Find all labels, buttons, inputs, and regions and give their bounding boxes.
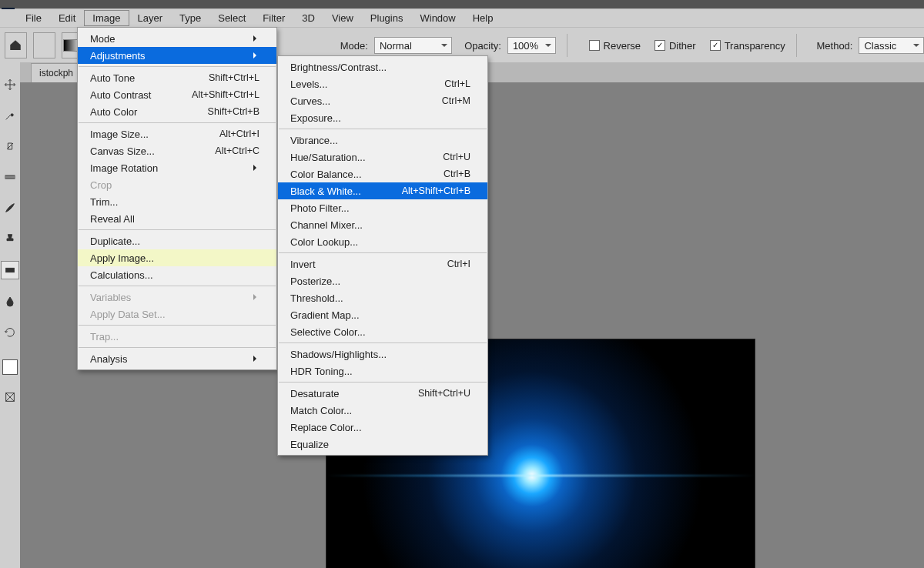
- tool-preset-picker[interactable]: [33, 32, 55, 58]
- dither-checkbox[interactable]: ✓ Dither: [654, 40, 696, 52]
- image-menu-image-size[interactable]: Image Size...Alt+Ctrl+I: [78, 125, 276, 142]
- adjust-menu-curves[interactable]: Curves...Ctrl+M: [278, 92, 487, 109]
- image-menu-duplicate[interactable]: Duplicate...: [78, 232, 276, 249]
- menu-window[interactable]: Window: [411, 10, 464, 26]
- image-menu-image-rotation[interactable]: Image Rotation: [78, 159, 276, 176]
- image-menu-adjustments[interactable]: Adjustments: [78, 47, 276, 64]
- adjust-menu-invert[interactable]: InvertCtrl+I: [278, 256, 487, 272]
- method-select[interactable]: Classic: [859, 37, 924, 54]
- menu-item-label: Replace Color...: [290, 422, 362, 433]
- menu-separator: [279, 342, 487, 343]
- menu-layer[interactable]: Layer: [129, 10, 172, 26]
- menu-select[interactable]: Select: [209, 10, 254, 26]
- document-tab[interactable]: istockph: [31, 63, 82, 82]
- frame-tool-icon[interactable]: [2, 389, 18, 406]
- menu-image[interactable]: Image: [84, 10, 129, 26]
- menu-item-label: Invert: [290, 259, 316, 270]
- menu-separator: [79, 229, 276, 230]
- menu-item-shortcut: Alt+Shift+Ctrl+B: [402, 185, 470, 196]
- menu-plugins[interactable]: Plugins: [362, 10, 412, 26]
- image-menu-analysis[interactable]: Analysis: [78, 350, 276, 367]
- adjust-menu-hdr-toning[interactable]: HDR Toning...: [278, 363, 487, 379]
- menu-item-label: Levels...: [290, 79, 327, 90]
- mode-select[interactable]: Normal: [374, 37, 452, 54]
- image-menu-variables: Variables: [78, 289, 276, 306]
- menu-item-label: Hue/Saturation...: [290, 152, 366, 163]
- opacity-select[interactable]: 100%: [507, 37, 556, 54]
- adjust-menu-threshold[interactable]: Threshold...: [278, 289, 487, 306]
- menu-type[interactable]: Type: [171, 10, 209, 26]
- menu-edit[interactable]: Edit: [50, 10, 84, 26]
- adjust-menu-replace-color[interactable]: Replace Color...: [278, 419, 487, 436]
- menu-item-label: HDR Toning...: [290, 366, 353, 377]
- adjust-menu-levels[interactable]: Levels...Ctrl+L: [278, 75, 487, 92]
- adjust-menu-desaturate[interactable]: DesaturateShift+Ctrl+U: [278, 385, 487, 402]
- image-menu-auto-tone[interactable]: Auto ToneShift+Ctrl+L: [78, 69, 276, 86]
- tools-panel: [0, 62, 20, 568]
- gradient-tool-icon[interactable]: [1, 261, 19, 279]
- adjust-menu-black-white[interactable]: Black & White...Alt+Shift+Ctrl+B: [278, 182, 487, 199]
- menu-separator: [279, 252, 487, 253]
- menu-item-label: Color Lookup...: [290, 236, 358, 248]
- menu-view[interactable]: View: [323, 10, 362, 26]
- adjust-menu-equalize[interactable]: Equalize: [278, 436, 487, 453]
- foreground-swatch[interactable]: [2, 359, 18, 375]
- adjust-menu-color-lookup[interactable]: Color Lookup...: [278, 233, 487, 250]
- menu-separator: [79, 66, 276, 67]
- image-menu-trim[interactable]: Trim...: [78, 193, 276, 210]
- image-menu-auto-contrast[interactable]: Auto ContrastAlt+Shift+Ctrl+L: [78, 86, 276, 103]
- menu-3d[interactable]: 3D: [293, 10, 323, 26]
- adjust-menu-posterize[interactable]: Posterize...: [278, 272, 487, 289]
- image-menu-dropdown: ModeAdjustmentsAuto ToneShift+Ctrl+LAuto…: [77, 27, 277, 370]
- adjust-menu-photo-filter[interactable]: Photo Filter...: [278, 199, 487, 216]
- menu-item-label: Channel Mixer...: [290, 219, 363, 231]
- eyedropper-tool-icon[interactable]: [2, 107, 18, 124]
- menu-item-label: Trim...: [90, 196, 118, 208]
- adjust-menu-channel-mixer[interactable]: Channel Mixer...: [278, 216, 487, 233]
- ruler-tool-icon[interactable]: [2, 169, 18, 185]
- blur-tool-icon[interactable]: [2, 293, 18, 310]
- adjust-menu-color-balance[interactable]: Color Balance...Ctrl+B: [278, 165, 487, 182]
- adjust-menu-vibrance[interactable]: Vibrance...: [278, 132, 487, 149]
- move-tool-icon[interactable]: [2, 76, 18, 93]
- menu-item-shortcut: Shift+Ctrl+B: [208, 106, 259, 117]
- menu-item-label: Duplicate...: [90, 236, 140, 247]
- menu-item-label: Photo Filter...: [290, 202, 350, 214]
- menu-item-label: Analysis: [90, 353, 127, 365]
- adjust-menu-match-color[interactable]: Match Color...: [278, 402, 487, 419]
- image-menu-apply-image[interactable]: Apply Image...: [78, 249, 276, 266]
- menu-item-label: Equalize: [290, 439, 329, 450]
- reverse-checkbox[interactable]: Reverse: [589, 40, 641, 52]
- adjust-menu-exposure[interactable]: Exposure...: [278, 109, 487, 126]
- menu-item-label: Variables: [90, 292, 131, 303]
- image-menu-canvas-size[interactable]: Canvas Size...Alt+Ctrl+C: [78, 142, 276, 159]
- adjust-menu-hue-saturation[interactable]: Hue/Saturation...Ctrl+U: [278, 149, 487, 165]
- menu-item-label: Image Rotation: [90, 162, 158, 174]
- image-menu-auto-color[interactable]: Auto ColorShift+Ctrl+B: [78, 103, 276, 120]
- menu-item-label: Brightness/Contrast...: [290, 62, 387, 73]
- adjustments-submenu: Brightness/Contrast...Levels...Ctrl+LCur…: [277, 55, 488, 456]
- menu-filter[interactable]: Filter: [254, 10, 293, 26]
- image-menu-mode[interactable]: Mode: [78, 30, 276, 47]
- stamp-tool-icon[interactable]: [2, 230, 18, 247]
- menu-item-shortcut: Shift+Ctrl+L: [209, 72, 259, 83]
- image-menu-calculations[interactable]: Calculations...: [78, 266, 276, 283]
- transparency-checkbox[interactable]: ✓ Transparency: [710, 40, 785, 52]
- adjust-menu-gradient-map[interactable]: Gradient Map...: [278, 306, 487, 323]
- adjust-menu-selective-color[interactable]: Selective Color...: [278, 323, 487, 340]
- menu-item-label: Canvas Size...: [90, 145, 155, 157]
- image-menu-apply-data-set: Apply Data Set...: [78, 306, 276, 322]
- adjust-menu-brightness-contrast[interactable]: Brightness/Contrast...: [278, 58, 487, 75]
- menu-separator: [279, 382, 487, 383]
- menu-item-label: Auto Contrast: [90, 89, 152, 101]
- menu-file[interactable]: File: [17, 10, 50, 26]
- menu-help[interactable]: Help: [464, 10, 502, 26]
- rotate-tool-icon[interactable]: [2, 324, 18, 341]
- mode-label: Mode:: [340, 40, 368, 52]
- adjust-menu-shadows-highlights[interactable]: Shadows/Highlights...: [278, 346, 487, 363]
- menu-item-label: Apply Data Set...: [90, 309, 166, 320]
- image-menu-reveal-all[interactable]: Reveal All: [78, 210, 276, 227]
- brush-tool-icon[interactable]: [2, 199, 18, 216]
- healing-tool-icon[interactable]: [2, 138, 18, 155]
- home-button[interactable]: [5, 32, 27, 58]
